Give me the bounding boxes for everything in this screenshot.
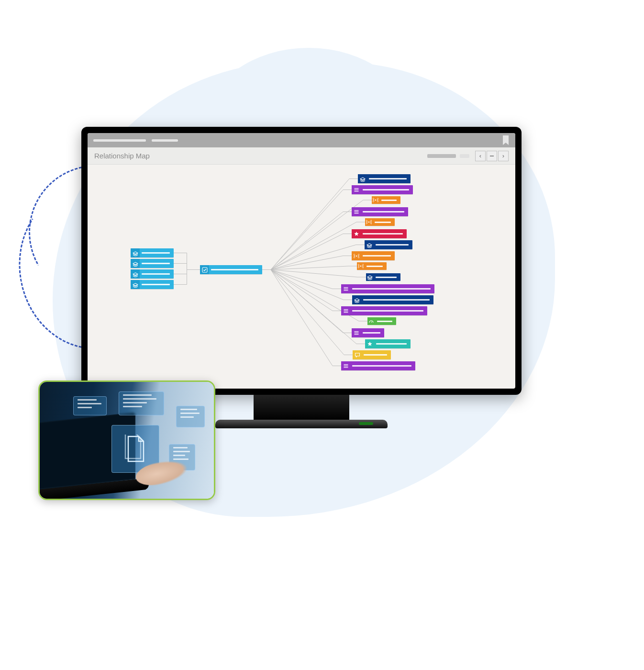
toolbar: Relationship Map ‹ ›: [88, 147, 515, 165]
signal-icon: [357, 262, 365, 270]
target-node[interactable]: [357, 262, 387, 270]
node-label-placeholder: [381, 200, 397, 201]
source-node[interactable]: [131, 269, 174, 279]
svg-rect-3: [354, 191, 358, 191]
node-label-placeholder: [142, 284, 170, 285]
center-node[interactable]: [200, 265, 262, 274]
floating-panel: [73, 396, 107, 415]
signal-icon: [372, 196, 379, 204]
nav-current-button[interactable]: [487, 151, 497, 161]
svg-rect-22: [344, 367, 348, 368]
source-node[interactable]: [131, 248, 174, 257]
monitor-stand-neck: [254, 395, 349, 421]
list-icon: [352, 185, 361, 194]
monitor-bezel: Relationship Map ‹ ›: [81, 127, 522, 395]
svg-rect-0: [202, 268, 207, 272]
nav-back-button[interactable]: ‹: [475, 151, 486, 161]
relationship-map-canvas[interactable]: [88, 165, 515, 389]
list-icon: [341, 306, 350, 315]
star-icon: [352, 229, 361, 238]
layers-icon: [352, 295, 361, 304]
target-node[interactable]: [372, 196, 400, 204]
target-node[interactable]: [365, 218, 395, 226]
svg-rect-6: [354, 212, 358, 212]
chat-icon: [353, 350, 362, 359]
svg-rect-20: [344, 364, 348, 365]
layers-icon: [131, 248, 140, 257]
svg-rect-18: [354, 333, 358, 333]
svg-rect-12: [344, 289, 348, 289]
layers-icon: [358, 174, 367, 183]
source-node[interactable]: [131, 259, 174, 268]
node-label-placeholder: [369, 178, 407, 179]
node-label-placeholder: [352, 288, 431, 290]
layers-icon: [366, 273, 374, 281]
signal-icon: [365, 218, 373, 226]
svg-rect-7: [354, 213, 358, 213]
node-label-placeholder: [142, 263, 170, 264]
svg-rect-16: [344, 312, 348, 313]
node-label-placeholder: [352, 365, 411, 367]
node-label-placeholder: [142, 252, 170, 254]
monitor-stand-base: [215, 420, 388, 428]
page-title: Relationship Map: [94, 152, 427, 160]
node-label-placeholder: [363, 299, 430, 301]
titlebar-placeholder: [93, 139, 146, 142]
target-node[interactable]: [353, 350, 391, 359]
svg-rect-5: [354, 210, 358, 211]
bookmark-icon[interactable]: [502, 135, 510, 145]
target-node[interactable]: [358, 174, 411, 183]
target-node[interactable]: [352, 185, 413, 194]
svg-point-8: [368, 222, 370, 223]
node-label-placeholder: [376, 277, 397, 278]
node-label-placeholder: [375, 222, 391, 223]
star-icon: [365, 339, 374, 348]
list-icon: [352, 328, 361, 337]
layers-icon: [131, 259, 140, 268]
node-label-placeholder: [363, 189, 409, 190]
inset-photo-card: [38, 380, 215, 500]
target-node[interactable]: [367, 317, 396, 325]
target-node[interactable]: [352, 229, 407, 238]
svg-point-10: [360, 266, 362, 267]
nav-forward-button[interactable]: ›: [498, 151, 509, 161]
target-node[interactable]: [352, 328, 384, 337]
source-node[interactable]: [131, 280, 174, 289]
node-label-placeholder: [366, 266, 383, 267]
toolbar-placeholder: [427, 154, 456, 158]
target-node[interactable]: [341, 361, 415, 370]
target-node[interactable]: [352, 207, 408, 216]
target-node[interactable]: [352, 251, 395, 260]
target-node[interactable]: [352, 295, 433, 304]
svg-point-4: [375, 200, 377, 201]
svg-rect-17: [354, 331, 358, 332]
signal-icon: [352, 251, 361, 260]
window-titlebar: [88, 133, 515, 147]
svg-point-9: [355, 255, 357, 257]
target-node[interactable]: [365, 240, 412, 249]
list-icon: [341, 361, 350, 370]
svg-rect-15: [344, 311, 348, 311]
document-icon: [123, 435, 147, 463]
gauge-icon: [367, 317, 375, 325]
titlebar-placeholder: [152, 139, 178, 142]
node-label-placeholder: [363, 211, 404, 212]
svg-rect-21: [344, 366, 348, 366]
target-node[interactable]: [341, 284, 434, 293]
floating-panel: [176, 406, 205, 427]
node-label-placeholder: [376, 343, 407, 345]
target-node[interactable]: [365, 339, 411, 348]
target-node[interactable]: [366, 273, 400, 281]
svg-rect-1: [354, 188, 358, 189]
node-label-placeholder: [364, 354, 387, 356]
svg-rect-19: [354, 334, 358, 335]
node-label-placeholder: [363, 332, 380, 334]
target-node[interactable]: [341, 306, 427, 315]
check-icon: [200, 265, 209, 274]
svg-rect-11: [344, 287, 348, 288]
node-label-placeholder: [211, 269, 258, 270]
floating-panel: [119, 391, 164, 415]
svg-rect-14: [344, 309, 348, 310]
node-label-placeholder: [352, 310, 423, 312]
toolbar-placeholder: [460, 154, 469, 158]
